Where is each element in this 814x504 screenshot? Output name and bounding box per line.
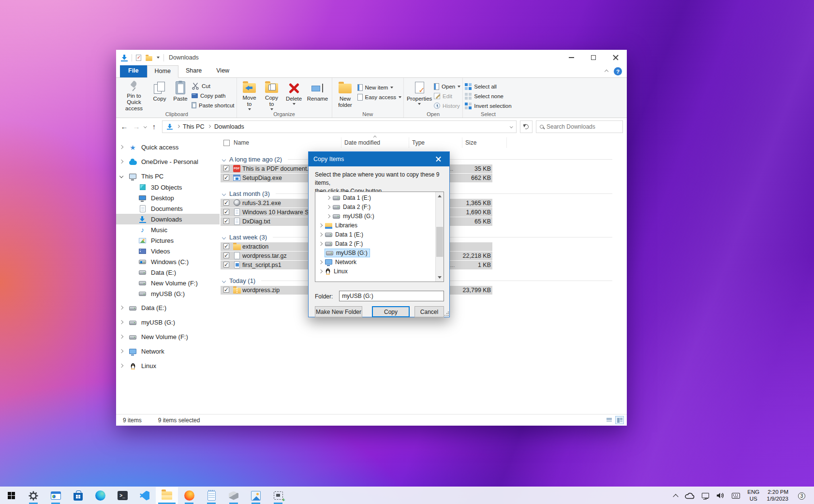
expander-icon[interactable] (319, 269, 323, 273)
properties-qat-icon[interactable] (136, 55, 141, 61)
row-checkbox[interactable] (223, 175, 229, 180)
search-box[interactable] (536, 120, 623, 133)
history-button[interactable]: History (434, 102, 460, 110)
address-dropdown-icon[interactable] (510, 125, 513, 128)
taskbar-vscode[interactable] (133, 487, 156, 504)
copy-to-button[interactable]: Copy to (261, 79, 282, 110)
clock[interactable]: 2:20 PM 1/9/2023 (767, 489, 788, 502)
sidebar-item-onedrive[interactable]: OneDrive - Personal (116, 156, 220, 167)
collapse-ribbon-icon[interactable] (605, 69, 608, 73)
scrollbar-thumb[interactable] (436, 227, 443, 257)
new-folder-button[interactable]: New folder (334, 79, 356, 110)
start-button[interactable] (0, 487, 22, 504)
close-button[interactable] (605, 50, 627, 65)
sidebar-item-downloads[interactable]: Downloads (116, 214, 220, 224)
dialog-close-button[interactable] (428, 152, 449, 166)
row-checkbox[interactable] (223, 287, 229, 293)
show-hidden-icons-chevron[interactable] (673, 494, 679, 499)
tree-item-linux[interactable]: Linux (315, 267, 444, 276)
expander-icon[interactable] (319, 223, 323, 227)
taskbar-file-explorer[interactable] (156, 487, 178, 504)
column-header-name[interactable]: Name (221, 137, 341, 148)
help-icon[interactable]: ? (614, 67, 622, 75)
paste-shortcut-button[interactable]: Paste shortcut (192, 101, 235, 109)
expander-icon[interactable] (119, 364, 123, 368)
expander-icon[interactable] (326, 205, 330, 208)
tree-item-data1-e[interactable]: Data 1 (E:) (315, 193, 444, 202)
expander-icon[interactable] (326, 195, 330, 199)
new-item-button[interactable]: New item (357, 83, 402, 91)
make-new-folder-button[interactable]: Make New Folder (315, 306, 362, 317)
refresh-button[interactable] (520, 120, 533, 133)
collapse-group-icon[interactable] (222, 279, 226, 282)
expander-icon[interactable] (119, 160, 123, 163)
sidebar-item-3d-objects[interactable]: 3D Objects (116, 182, 220, 193)
tree-item-myusb-g-selected[interactable]: myUSB (G:) (315, 248, 444, 257)
row-checkbox[interactable] (223, 262, 229, 267)
sidebar-item-myusb-g-root[interactable]: myUSB (G:) (116, 317, 220, 328)
row-checkbox[interactable] (223, 165, 229, 171)
breadcrumb-downloads[interactable]: Downloads (214, 123, 244, 130)
sidebar-item-documents[interactable]: Documents (116, 203, 220, 214)
delete-button[interactable]: Delete (283, 79, 305, 110)
select-all-button[interactable]: Select all (465, 82, 511, 90)
taskbar-terminal[interactable]: >_ (111, 487, 133, 504)
volume-icon[interactable] (716, 492, 725, 499)
scroll-up-icon[interactable] (436, 192, 444, 200)
row-checkbox[interactable] (223, 200, 229, 206)
collapse-group-icon[interactable] (222, 235, 226, 239)
thumbnails-view-button[interactable] (615, 416, 624, 424)
column-header-date-modified[interactable]: Date modified (341, 137, 409, 148)
tree-item-libraries[interactable]: Libraries (315, 221, 444, 230)
expander-icon[interactable] (119, 349, 123, 353)
tab-view[interactable]: View (209, 65, 237, 77)
row-checkbox[interactable] (223, 209, 229, 215)
breadcrumb-this-pc[interactable]: This PC (183, 123, 204, 130)
expander-icon[interactable] (319, 260, 323, 264)
taskbar-firefox[interactable] (178, 487, 200, 504)
sidebar-item-myusb-g[interactable]: myUSB (G:) (116, 288, 220, 299)
invert-selection-button[interactable]: Invert selection (465, 102, 511, 110)
tree-item-network[interactable]: Network (315, 257, 444, 267)
tree-item-data2-f-root[interactable]: Data 2 (F:) (315, 239, 444, 248)
back-button[interactable]: ← (120, 122, 129, 131)
open-button[interactable]: Open (434, 82, 460, 90)
tree-scrollbar[interactable] (435, 192, 444, 282)
tree-item-myusb-g[interactable]: myUSB (G:) (315, 211, 444, 221)
taskbar-3d-viewer[interactable] (222, 487, 245, 504)
language-indicator[interactable]: ENG US (747, 489, 759, 502)
maximize-button[interactable] (582, 50, 605, 65)
row-checkbox[interactable] (223, 252, 229, 258)
sidebar-item-new-volume-f[interactable]: New Volume (F:) (116, 278, 220, 288)
row-checkbox[interactable] (223, 218, 229, 224)
taskbar-microsoft-store[interactable] (67, 487, 89, 504)
expander-icon[interactable] (319, 241, 323, 245)
sidebar-item-desktop[interactable]: Desktop (116, 193, 220, 203)
select-all-checkbox[interactable] (223, 140, 230, 146)
copy-confirm-button[interactable]: Copy (372, 306, 410, 317)
network-tray-icon[interactable] (702, 493, 709, 498)
expander-icon[interactable] (119, 145, 123, 149)
column-header-type[interactable]: Type (409, 137, 462, 148)
expander-icon[interactable] (119, 320, 123, 324)
row-checkbox[interactable] (223, 243, 229, 249)
column-header-size[interactable]: Size (462, 137, 507, 148)
sidebar-item-linux[interactable]: Linux (116, 360, 220, 371)
breadcrumb[interactable]: This PC Downloads (162, 120, 517, 133)
search-input[interactable] (547, 123, 619, 130)
tree-item-data1-e-root[interactable]: Data 1 (E:) (315, 230, 444, 239)
properties-button[interactable]: Properties (406, 79, 433, 110)
move-to-button[interactable]: Move to (239, 79, 260, 110)
sidebar-item-quick-access[interactable]: ★Quick access (116, 142, 220, 153)
up-button[interactable]: ↑ (150, 122, 159, 131)
folder-input[interactable] (339, 291, 444, 301)
recent-locations-chevron-icon[interactable] (144, 125, 147, 128)
action-center-button[interactable]: 3 (796, 490, 808, 501)
taskbar-notepad[interactable] (200, 487, 222, 504)
edit-button[interactable]: Edit (434, 92, 460, 100)
expander-icon[interactable] (119, 306, 123, 310)
expander-icon[interactable] (326, 214, 330, 218)
sidebar-item-network[interactable]: Network (116, 346, 220, 357)
expander-icon[interactable] (119, 174, 123, 178)
scroll-down-icon[interactable] (436, 273, 444, 282)
